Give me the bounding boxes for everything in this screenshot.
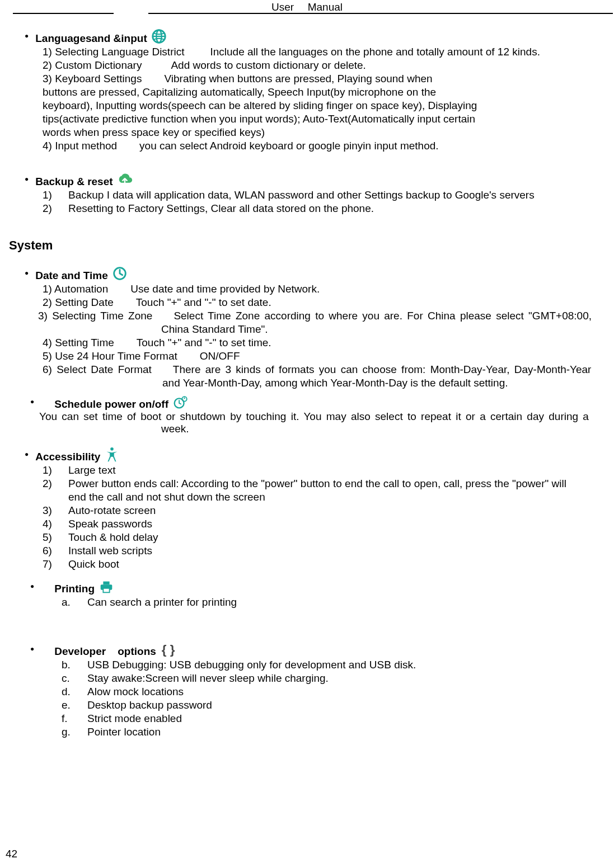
backup-list: 1)Backup I data will application data, W… <box>43 189 608 215</box>
sched-heading: ● Schedule power on/off <box>30 393 608 411</box>
printer-icon <box>98 578 115 595</box>
t: Select Time Zone according to where you … <box>174 310 592 322</box>
n: 6) <box>43 545 58 557</box>
t: There are 3 kinds of formats you can cho… <box>173 364 592 375</box>
t: 3) Keyboard Settings <box>43 73 142 84</box>
t: ON/OFF <box>200 350 240 362</box>
n: 7) <box>43 558 58 570</box>
t: tips(activate predictive function when y… <box>43 113 608 125</box>
t: Include all the languages on the phone a… <box>210 46 540 58</box>
t: According to the "power" button to end t… <box>181 478 566 489</box>
svg-point-7 <box>111 447 114 451</box>
t: Stay awake:Screen will never sleep while… <box>87 672 329 685</box>
t: Touch "+" and "-" to set date. <box>136 296 271 308</box>
n: e. <box>62 699 77 711</box>
t: Quick boot <box>68 558 119 570</box>
t: 6) Select Date Format <box>43 364 152 375</box>
t: 2) Custom Dictionary <box>43 59 142 71</box>
t: 2) Setting Date <box>43 296 114 308</box>
power-schedule-icon <box>172 394 189 411</box>
globe-icon <box>151 28 167 45</box>
braces-icon: { } <box>160 641 176 658</box>
n: a. <box>62 596 77 608</box>
page-number: 42 <box>6 848 17 860</box>
t: Alow mock locations <box>87 686 184 698</box>
t: words when press space key or specified … <box>43 126 608 139</box>
bullet-dot: ● <box>30 577 34 595</box>
n: 1) <box>43 189 58 201</box>
dev-list: b.USB Debugging: USB debugging only for … <box>62 659 608 738</box>
t: Use date and time provided by Network. <box>130 283 320 295</box>
t: USB Debugging: U <box>87 659 177 671</box>
t: and Year-Month-Day, among which Year-Mon… <box>162 377 608 389</box>
backup-title: Backup & reset <box>35 176 113 188</box>
dt-body: 1) AutomationUse date and time provided … <box>43 283 608 389</box>
t: Touch & hold delay <box>68 531 158 544</box>
lang-title: Languagesand &input <box>35 32 147 45</box>
t: Auto-rotate screen <box>68 504 156 517</box>
t: SB debugging only for development and US… <box>177 659 416 671</box>
sched-title: Schedule power on/off <box>54 398 168 411</box>
t: Desktop backup password <box>87 699 212 711</box>
t: Touch "+" and "-" to set time. <box>137 337 271 348</box>
t: Large text <box>68 464 116 477</box>
t: 4) Setting Time <box>43 337 114 348</box>
header-user: User <box>271 1 294 13</box>
lang-heading: ● Languagesand &input <box>25 27 608 45</box>
bullet-dot: ● <box>30 640 34 658</box>
t: buttons are pressed, Capitalizing automa… <box>43 86 608 98</box>
t: Resetting to Factory Settings, Clear all… <box>68 202 374 215</box>
n: c. <box>62 672 77 685</box>
bullet-dot: ● <box>30 393 34 411</box>
t: Vibrating when buttons are pressed, Play… <box>164 73 432 84</box>
t: 1) Selecting Language District <box>43 46 184 58</box>
print-list: a.Can search a printer for printing <box>62 596 608 608</box>
t: Speak passwords <box>68 518 152 530</box>
backup-heading: ● Backup & reset <box>25 170 608 188</box>
svg-text:{ }: { } <box>162 643 175 657</box>
header-manual: Manual <box>308 1 343 13</box>
t: Strict mode enabled <box>87 713 182 725</box>
bullet-dot: ● <box>25 445 29 463</box>
t: USB Debugging: USB debugging only for de… <box>87 659 416 671</box>
n: b. <box>62 659 77 671</box>
n: d. <box>62 686 77 698</box>
sched-body: You can set time of boot or shutdown by … <box>39 411 608 423</box>
accessibility-icon <box>104 446 120 463</box>
dev-title: Developer options <box>54 645 156 658</box>
svg-rect-9 <box>103 582 109 585</box>
t: Pointer location <box>87 726 161 738</box>
t: end the call and not shut down the scree… <box>68 491 608 503</box>
t: Backup I data will application data, WLA… <box>68 189 535 201</box>
t: Install web scripts <box>68 545 152 557</box>
n: 5) <box>43 531 58 544</box>
content: ● Languagesand &input 1) Selecting Langu… <box>25 27 608 738</box>
n: 2) <box>43 478 58 490</box>
header-rule-right <box>148 13 613 14</box>
svg-rect-10 <box>103 588 109 593</box>
datetime-title: Date and Time <box>35 270 108 282</box>
system-heading: System <box>9 238 608 253</box>
t: 3) Selecting Time Zone <box>38 310 152 322</box>
n: 2) <box>43 202 58 215</box>
datetime-heading: ● Date and Time <box>25 264 608 282</box>
acc-heading: ● Accessibility <box>25 445 608 463</box>
t: Power button ends call: According to the… <box>68 478 566 490</box>
header-rule-left <box>13 13 114 14</box>
n: 1) <box>43 464 58 477</box>
sched-body2: week. <box>161 423 608 435</box>
t: Can search a printer for printing <box>87 596 237 608</box>
print-heading: ● Printing <box>30 577 608 595</box>
n: 3) <box>43 504 58 517</box>
cloud-upload-icon <box>116 171 133 188</box>
t: Add words to custom dictionary or delete… <box>171 59 366 71</box>
page: User Manual ● Languagesand &input 1) Sel… <box>0 0 614 868</box>
t: 1) Automation <box>43 283 108 295</box>
print-title: Printing <box>54 583 95 595</box>
n: g. <box>62 726 77 738</box>
lang-body: 1) Selecting Language DistrictInclude al… <box>43 46 608 152</box>
n: f. <box>62 713 77 725</box>
acc-title: Accessibility <box>35 451 100 463</box>
clock-icon <box>111 265 128 282</box>
dev-heading: ● Developer options { } <box>30 640 608 658</box>
